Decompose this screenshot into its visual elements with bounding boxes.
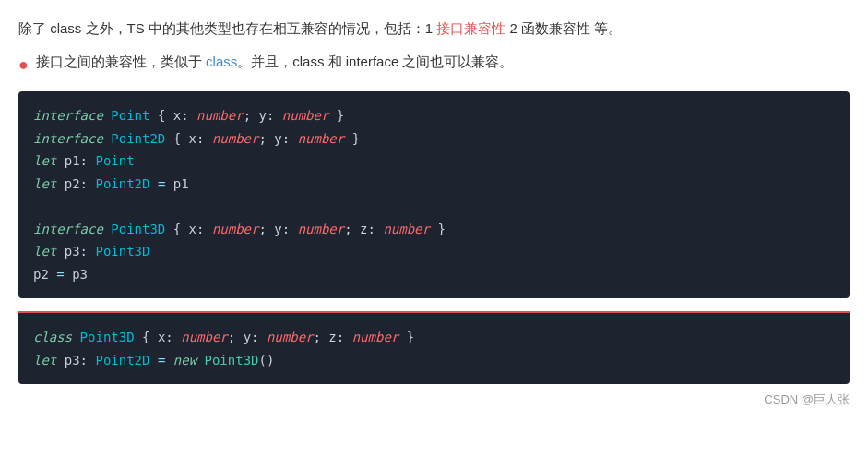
watermark: CSDN @巨人张 [18, 392, 850, 408]
code-class-line-1: class Point3D { x: number; y: number; z:… [33, 326, 835, 349]
code-class-line-2: let p3: Point2D = new Point3D() [33, 349, 835, 372]
class-link[interactable]: class [206, 54, 237, 69]
bullet-dot: ● [18, 51, 29, 79]
code-line-5 [33, 195, 835, 218]
code-line-6: interface Point3D { x: number; y: number… [33, 218, 835, 241]
intro-text-part2: 2 函数兼容性 等。 [505, 20, 622, 36]
code-line-7: let p3: Point3D [33, 240, 835, 263]
code-line-3: let p1: Point [33, 150, 835, 173]
code-line-2: interface Point2D { x: number; y: number… [33, 127, 835, 151]
bullet-text: 接口之间的兼容性，类似于 class。并且，class 和 interface … [36, 50, 514, 74]
code-line-1: interface Point { x: number; y: number } [33, 104, 835, 127]
intro-text: 除了 class 之外，TS 中的其他类型也存在相互兼容的情况，包括：1 接口兼… [18, 17, 850, 41]
intro-text-part1: 除了 class 之外，TS 中的其他类型也存在相互兼容的情况，包括：1 [18, 20, 436, 36]
code-line-4: let p2: Point2D = p1 [33, 173, 835, 196]
code-line-8: p2 = p3 [33, 263, 835, 286]
watermark-text: CSDN @巨人张 [764, 392, 850, 406]
code-block-interfaces: interface Point { x: number; y: number }… [18, 91, 850, 298]
interface-compat-link[interactable]: 接口兼容性 [436, 20, 505, 36]
code-block-class: class Point3D { x: number; y: number; z:… [18, 311, 850, 384]
bullet-line: ● 接口之间的兼容性，类似于 class。并且，class 和 interfac… [18, 50, 850, 79]
